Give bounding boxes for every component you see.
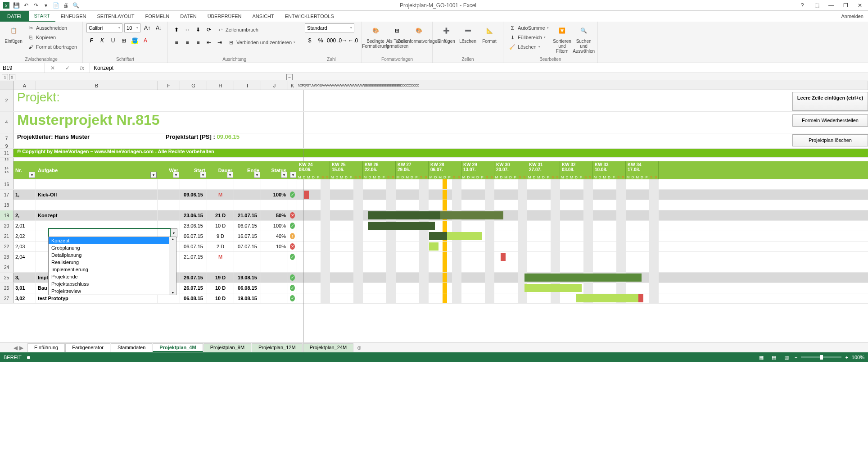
sheet-tab[interactable]: Projektplan_24M xyxy=(303,343,354,352)
row-header[interactable]: 26 xyxy=(0,283,14,293)
minimize-icon[interactable]: — xyxy=(825,1,837,10)
cell-start[interactable]: 09.06.15 xyxy=(180,190,207,200)
shrink-font-button[interactable]: A↓ xyxy=(154,23,164,32)
zoom-slider[interactable] xyxy=(801,356,841,358)
cell-nr[interactable]: 2,01 xyxy=(14,221,36,231)
copy-button[interactable]: ⎘Kopieren xyxy=(25,33,79,42)
paste-button[interactable]: 📋 Einfügen xyxy=(4,23,23,51)
italic-button[interactable]: K xyxy=(97,36,107,45)
qat-btn-6[interactable]: 🖨 xyxy=(61,1,70,10)
signin-link[interactable]: Anmelden xyxy=(841,11,868,22)
cond-format-button[interactable]: 🎨Bedingte Formatierung xyxy=(366,23,385,49)
sheet-tab[interactable]: Stammdaten xyxy=(111,343,152,352)
tab-nav-prev[interactable]: ◀ xyxy=(14,345,18,351)
format-cells-button[interactable]: 📐Format xyxy=(479,23,499,44)
qat-btn-4[interactable]: ▾ xyxy=(41,1,50,10)
table-row[interactable]: 16 xyxy=(0,179,868,190)
cell-start[interactable]: 23.06.15 xyxy=(180,210,207,220)
filter-button[interactable]: ▾ xyxy=(254,172,260,178)
cell-end[interactable]: 06.07.15 xyxy=(234,221,261,231)
cell-status[interactable] xyxy=(261,252,288,262)
redo-icon[interactable]: ↷ xyxy=(32,1,41,10)
cell-styles-button[interactable]: 🎨Zellenformatvorlagen xyxy=(409,23,429,49)
cell-status-icon[interactable] xyxy=(288,179,297,189)
cell-status[interactable]: 100% xyxy=(261,221,288,231)
cell-status-icon[interactable]: ✓ xyxy=(288,252,297,262)
outline-level-1[interactable]: 1 xyxy=(2,74,8,80)
fill-color-button[interactable]: 🪣 xyxy=(130,36,140,45)
cell-end[interactable] xyxy=(234,252,261,262)
qat-btn-5[interactable]: 📄 xyxy=(51,1,60,10)
zoom-in-button[interactable]: + xyxy=(845,355,848,360)
cell-task[interactable]: Kick-Off xyxy=(36,190,158,200)
dropdown-item[interactable]: Projektende xyxy=(49,273,176,280)
cell-dur[interactable]: 21 D xyxy=(207,210,234,220)
table-row[interactable]: 17 1, Kick-Off 09.06.15 M 100% ✓ xyxy=(0,190,868,200)
sheet-tab[interactable]: Einführung xyxy=(27,343,65,352)
accept-formula-button[interactable]: ✓ xyxy=(63,65,72,71)
row-header[interactable]: 17 xyxy=(0,190,14,200)
dropdown-item[interactable]: Projektabschluss xyxy=(49,280,176,287)
dropdown-item[interactable]: Konzept xyxy=(49,237,176,244)
row-header[interactable]: 4 xyxy=(0,112,14,133)
insert-row-button[interactable]: Leere Zeile einfügen (ctrl+e) xyxy=(792,92,868,111)
grow-font-button[interactable]: A↑ xyxy=(142,23,152,32)
col-header-I[interactable]: I xyxy=(234,81,261,90)
dropdown-arrow-button[interactable]: ▾ xyxy=(170,228,177,237)
cancel-formula-button[interactable]: ✕ xyxy=(48,65,57,71)
cell-status-icon[interactable]: ! xyxy=(288,231,297,241)
macro-record-icon[interactable]: ⏺ xyxy=(26,355,31,360)
format-painter-button[interactable]: 🖌Format übertragen xyxy=(25,42,79,51)
tab-layout[interactable]: SEITENLAYOUT xyxy=(91,11,140,22)
col-header-J[interactable]: J xyxy=(261,81,288,90)
cell-start[interactable]: 26.07.15 xyxy=(180,283,207,293)
col-headers-gantt[interactable]: NOPQRSTUVWXYZAAAAAAAAAAAAAAAAAAAAAAAAAAB… xyxy=(297,81,868,90)
cell-end[interactable] xyxy=(234,190,261,200)
cell-nr[interactable] xyxy=(14,179,36,189)
cell-status-icon[interactable]: ✓ xyxy=(288,190,297,200)
cell-start[interactable]: 26.07.15 xyxy=(180,273,207,283)
sheet-tab[interactable]: Farbgenerator xyxy=(65,343,110,352)
percent-button[interactable]: % xyxy=(316,36,326,45)
filter-button[interactable]: ▾ xyxy=(227,172,233,178)
cell-dur[interactable] xyxy=(207,262,234,272)
font-name-combo[interactable]: Calibri▾ xyxy=(86,23,122,32)
cell-task[interactable]: Konzept xyxy=(36,210,158,220)
cell-nr[interactable]: 2,02 xyxy=(14,231,36,241)
row-header[interactable]: 16 xyxy=(0,179,14,189)
sheet-tab[interactable]: Projektplan_12M xyxy=(252,343,303,352)
cell-start[interactable] xyxy=(180,200,207,210)
cell-status[interactable] xyxy=(261,262,288,272)
indent-dec-button[interactable]: ⇤ xyxy=(204,38,214,47)
cell-task[interactable] xyxy=(36,221,158,231)
cell-status[interactable] xyxy=(261,200,288,210)
table-row[interactable]: 19 2, Konzept 23.06.15 21 D 21.07.15 50%… xyxy=(0,210,868,221)
tab-view[interactable]: ANSICHT xyxy=(247,11,279,22)
col-header-K[interactable]: K xyxy=(288,81,297,90)
cell-task[interactable] xyxy=(36,200,158,210)
align-center-button[interactable]: ≡ xyxy=(182,38,192,47)
cell-start[interactable] xyxy=(180,262,207,272)
filter-button[interactable]: ▾ xyxy=(200,172,206,178)
align-top-button[interactable]: ⬆ xyxy=(172,25,181,34)
sheet-tab[interactable]: Projektplan_4M xyxy=(153,343,203,352)
cell-nr[interactable]: 3,02 xyxy=(14,293,36,303)
fill-button[interactable]: ⬇Füllbereich▾ xyxy=(507,33,551,42)
page-layout-button[interactable]: ▤ xyxy=(769,354,778,361)
merge-button[interactable]: ⊟Verbinden und zentrieren▾ xyxy=(226,38,297,47)
cut-button[interactable]: ✂Ausschneiden xyxy=(25,23,79,32)
align-right-button[interactable]: ≡ xyxy=(193,38,203,47)
cell-status[interactable]: 10% xyxy=(261,242,288,251)
cell-who[interactable] xyxy=(158,190,180,200)
cell-status-icon[interactable]: ✓ xyxy=(288,293,297,303)
normal-view-button[interactable]: ▦ xyxy=(757,354,766,361)
number-format-combo[interactable]: Standard▾ xyxy=(305,23,354,32)
formula-input[interactable]: Konzept xyxy=(90,65,868,71)
cell-dur[interactable]: 9 D xyxy=(207,231,234,241)
dec-decimal-button[interactable]: ←.0 xyxy=(348,36,358,45)
cell-status-icon[interactable]: ✕ xyxy=(288,210,297,220)
insert-cells-button[interactable]: ➕Einfügen xyxy=(436,23,456,44)
as-table-button[interactable]: ⊞Als Tabelle formatieren xyxy=(387,23,407,49)
cell-nr[interactable]: 2,04 xyxy=(14,252,36,262)
row-header[interactable]: 7 xyxy=(0,133,14,144)
